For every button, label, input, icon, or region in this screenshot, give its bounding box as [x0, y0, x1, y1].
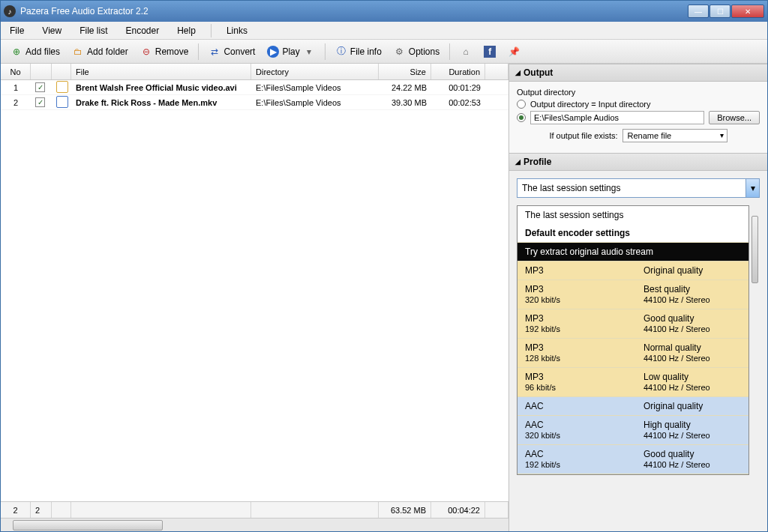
col-check[interactable] — [31, 64, 52, 79]
profile-select[interactable]: The last session settings ▾ — [517, 178, 760, 198]
folder-icon: 🗀 — [72, 46, 84, 58]
output-panel-header[interactable]: ◢Output — [509, 64, 767, 82]
exists-select[interactable]: Rename file — [622, 129, 728, 142]
pin-button[interactable]: 📌 — [502, 43, 525, 61]
gear-icon: ⚙ — [394, 46, 406, 58]
menu-encoder[interactable]: Encoder — [122, 24, 162, 37]
menu-filelist[interactable]: File list — [76, 24, 110, 37]
toolbar: ⊕Add files 🗀Add folder ⊖Remove ⇄Convert … — [1, 40, 767, 64]
profile-option[interactable]: AAC192 kbit/sGood quality44100 Hz / Ster… — [518, 445, 748, 474]
collapse-icon: ◢ — [515, 69, 520, 76]
chevron-down-icon: ▾ — [303, 46, 315, 58]
file-list-panel: No File Directory Size Duration 1 ✓ Bren… — [1, 64, 509, 531]
col-extra[interactable] — [485, 64, 508, 79]
output-path-input[interactable] — [530, 111, 704, 124]
home-icon: ⌂ — [460, 46, 472, 58]
radio-custom-dir[interactable] — [517, 113, 526, 122]
menu-file[interactable]: File — [7, 24, 27, 37]
horizontal-scrollbar[interactable] — [1, 518, 508, 531]
add-files-icon: ⊕ — [10, 46, 22, 58]
profile-option[interactable]: MP3192 kbit/sGood quality44100 Hz / Ster… — [518, 309, 748, 339]
dropdown-arrow-icon: ▾ — [746, 179, 759, 197]
menu-help[interactable]: Help — [174, 24, 199, 37]
add-folder-button[interactable]: 🗀Add folder — [67, 43, 134, 61]
play-icon: ▶ — [267, 46, 279, 58]
collapse-icon: ◢ — [515, 158, 520, 166]
app-window: ♪ Pazera Free Audio Extractor 2.2 — ☐ ✕ … — [0, 0, 768, 532]
scroll-thumb[interactable] — [752, 216, 758, 283]
profile-panel-header[interactable]: ◢Profile — [509, 153, 767, 171]
col-size[interactable]: Size — [379, 64, 431, 79]
options-button[interactable]: ⚙Options — [388, 43, 445, 61]
profile-option[interactable]: MP396 kbit/sLow quality44100 Hz / Stereo — [518, 368, 748, 397]
profile-option[interactable]: MP3128 kbit/sNormal quality44100 Hz / St… — [518, 339, 748, 368]
profile-option[interactable]: The last session settings — [518, 206, 748, 224]
convert-button[interactable]: ⇄Convert — [203, 43, 260, 61]
grid-rows: 1 ✓ Brent Walsh Free Official Music vide… — [1, 80, 508, 501]
remove-icon: ⊖ — [140, 46, 152, 58]
menu-separator — [211, 24, 212, 37]
file-info-button[interactable]: ⓘFile info — [330, 43, 387, 61]
toolbar-separator — [198, 43, 199, 60]
toolbar-separator — [449, 43, 450, 60]
profile-option[interactable]: MP3Original quality — [518, 262, 748, 280]
titlebar: ♪ Pazera Free Audio Extractor 2.2 — ☐ ✕ — [1, 1, 767, 22]
app-icon: ♪ — [4, 5, 16, 17]
profile-option[interactable]: MP3320 kbit/sBest quality44100 Hz / Ster… — [518, 280, 748, 309]
col-directory[interactable]: Directory — [251, 64, 379, 79]
menubar: File View File list Encoder Help Links — [1, 22, 767, 40]
add-files-button[interactable]: ⊕Add files — [5, 43, 65, 61]
file-type-icon — [56, 81, 68, 93]
output-dir-label: Output directory — [517, 88, 760, 97]
close-button[interactable]: ✕ — [731, 4, 764, 18]
facebook-icon: f — [484, 46, 496, 58]
col-icon[interactable] — [52, 64, 71, 79]
col-file[interactable]: File — [71, 64, 251, 79]
menu-view[interactable]: View — [39, 24, 64, 37]
profile-option[interactable]: AACOriginal quality — [518, 397, 748, 416]
table-row[interactable]: 2 ✓ Drake ft. Rick Ross - Made Men.mkv E… — [1, 95, 508, 110]
col-no[interactable]: No — [1, 64, 31, 79]
pin-icon: 📌 — [508, 46, 520, 58]
profile-option[interactable]: Default encoder settings — [518, 224, 748, 243]
profile-option[interactable]: Try extract original audio stream — [518, 243, 748, 262]
exists-label: If output file exists: — [549, 131, 617, 140]
info-icon: ⓘ — [335, 46, 347, 58]
scroll-thumb[interactable] — [13, 520, 163, 531]
play-button[interactable]: ▶Play▾ — [262, 43, 320, 61]
table-row[interactable]: 1 ✓ Brent Walsh Free Official Music vide… — [1, 80, 508, 95]
menu-links[interactable]: Links — [224, 24, 250, 37]
output-panel: Output directory Output directory = Inpu… — [509, 82, 767, 153]
file-type-icon — [56, 96, 68, 108]
grid-header: No File Directory Size Duration — [1, 64, 508, 80]
row-checkbox[interactable]: ✓ — [35, 97, 45, 107]
browse-button[interactable]: Browse... — [709, 111, 760, 124]
row-checkbox[interactable]: ✓ — [35, 82, 45, 92]
profile-option[interactable]: AAC320 kbit/sHigh quality44100 Hz / Ster… — [518, 416, 748, 445]
minimize-button[interactable]: — — [688, 4, 709, 18]
window-title: Pazera Free Audio Extractor 2.2 — [20, 6, 687, 16]
facebook-button[interactable]: f — [478, 43, 501, 61]
toolbar-separator — [325, 43, 326, 60]
remove-button[interactable]: ⊖Remove — [135, 43, 194, 61]
maximize-button[interactable]: ☐ — [710, 4, 730, 18]
col-duration[interactable]: Duration — [431, 64, 485, 79]
convert-icon: ⇄ — [208, 46, 220, 58]
radio-same-dir[interactable] — [517, 100, 526, 109]
right-panel: ◢Output Output directory Output director… — [509, 64, 767, 531]
home-button[interactable]: ⌂ — [454, 43, 477, 61]
grid-footer: 2 2 63.52 MB 00:04:22 — [1, 501, 508, 518]
profile-dropdown: The last session settingsDefault encoder… — [517, 205, 749, 475]
